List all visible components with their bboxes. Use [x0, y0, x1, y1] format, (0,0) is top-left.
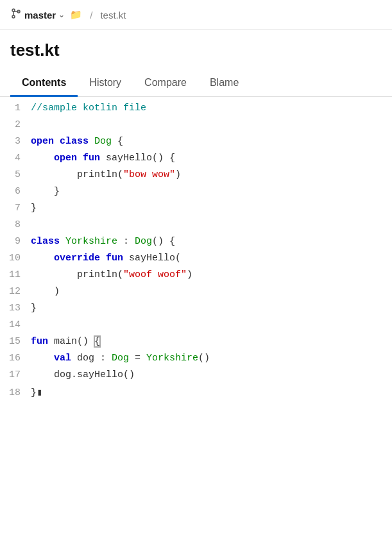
line-content: ) — [31, 286, 60, 297]
code-line: 13 } — [0, 302, 392, 319]
line-content: //sample kotlin file — [31, 103, 146, 114]
line-number: 1 — [0, 103, 31, 114]
line-number: 17 — [0, 369, 31, 380]
line-number: 3 — [0, 136, 31, 147]
code-line: 12 ) — [0, 285, 392, 302]
line-number: 9 — [0, 236, 31, 247]
code-line: 8 — [0, 219, 392, 235]
code-line: 3 open class Dog { — [0, 135, 392, 152]
line-number: 8 — [0, 219, 31, 230]
line-number: 4 — [0, 153, 31, 164]
line-content: } — [31, 303, 37, 314]
folder-icon: 📁 — [70, 9, 82, 21]
tabs-bar: Contents History Compare Blame — [0, 71, 392, 97]
code-line: 18 }▮ — [0, 385, 392, 402]
code-line: 7 } — [0, 202, 392, 219]
branch-selector[interactable]: master ⌄ — [10, 8, 65, 22]
line-content: }▮ — [31, 386, 42, 398]
line-content — [31, 219, 37, 230]
code-line: 15 fun main() { — [0, 335, 392, 352]
line-content: } — [31, 186, 60, 197]
line-number: 16 — [0, 353, 31, 364]
code-line: 16 val dog : Dog = Yorkshire() — [0, 352, 392, 369]
line-content: fun main() { — [31, 336, 100, 347]
line-number: 18 — [0, 387, 31, 398]
tab-compare[interactable]: Compare — [133, 71, 198, 97]
line-content: } — [31, 203, 37, 214]
line-number: 13 — [0, 303, 31, 314]
line-number: 10 — [0, 253, 31, 264]
line-content — [31, 119, 37, 130]
line-number: 7 — [0, 203, 31, 214]
svg-point-1 — [12, 15, 15, 18]
line-number: 14 — [0, 319, 31, 330]
code-line: 2 — [0, 119, 392, 135]
code-line: 17 dog.sayHello() — [0, 369, 392, 385]
line-content: println("woof woof") — [31, 269, 192, 280]
code-line: 6 } — [0, 185, 392, 202]
line-content: val dog : Dog = Yorkshire() — [31, 353, 210, 364]
chevron-down-icon: ⌄ — [58, 10, 65, 19]
line-number: 6 — [0, 186, 31, 197]
path-separator: / — [90, 10, 92, 21]
header-bar: master ⌄ 📁 / test.kt — [0, 0, 392, 30]
line-content: open fun sayHello() { — [31, 153, 175, 164]
line-content: override fun sayHello( — [31, 253, 181, 264]
line-number: 15 — [0, 336, 31, 347]
branch-icon — [10, 8, 22, 22]
branch-name: master — [24, 10, 56, 21]
code-line: 9 class Yorkshire : Dog() { — [0, 235, 392, 252]
line-number: 5 — [0, 169, 31, 180]
tab-blame[interactable]: Blame — [198, 71, 250, 97]
code-area: 1 //sample kotlin file 2 3 open class Do… — [0, 97, 392, 407]
code-line: 14 — [0, 319, 392, 335]
page-title: test.kt — [10, 40, 382, 60]
tab-history[interactable]: History — [78, 71, 133, 97]
line-number: 2 — [0, 119, 31, 130]
line-content: dog.sayHello() — [31, 369, 135, 380]
code-line: 11 println("woof woof") — [0, 269, 392, 285]
file-breadcrumb: test.kt — [100, 10, 126, 21]
code-line: 10 override fun sayHello( — [0, 252, 392, 269]
line-content — [31, 319, 37, 330]
line-content: class Yorkshire : Dog() { — [31, 236, 175, 247]
code-line: 1 //sample kotlin file — [0, 102, 392, 119]
line-number: 11 — [0, 269, 31, 280]
page-title-area: test.kt — [0, 30, 392, 60]
line-content: open class Dog { — [31, 136, 123, 147]
line-content: println("bow wow") — [31, 169, 181, 180]
line-number: 12 — [0, 286, 31, 297]
tab-contents[interactable]: Contents — [10, 71, 78, 97]
code-line: 4 open fun sayHello() { — [0, 152, 392, 169]
code-line: 5 println("bow wow") — [0, 169, 392, 185]
